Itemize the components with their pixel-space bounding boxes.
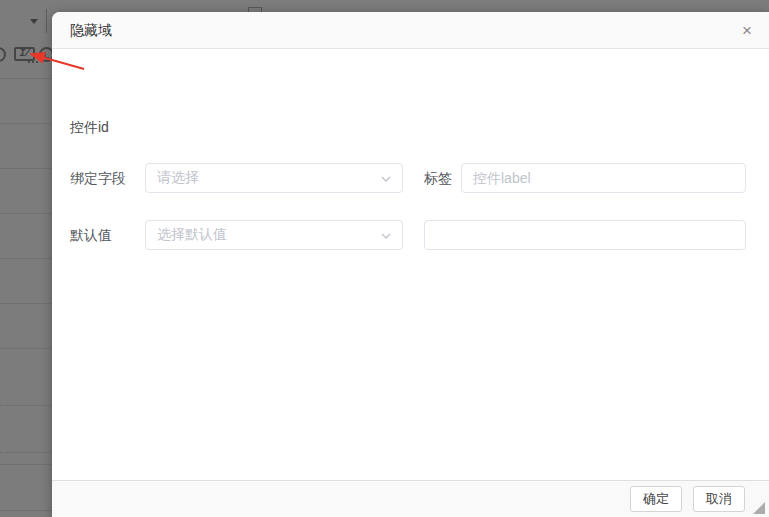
hidden-field-tool-icon: I/ [14,47,35,61]
background-toolbar-divider [46,9,47,33]
background-partial-circle-icon [0,47,6,62]
hidden-field-dialog: 隐藏域 × 控件id 绑定字段 请选择 标签 默认值 选择默认值 确定 取消 [52,12,769,517]
tag-label: 标签 [424,163,452,193]
dialog-header: 隐藏域 × [52,12,769,49]
background-row-divider [0,78,52,79]
background-row-divider [0,303,52,304]
background-row-divider [0,213,52,214]
default-value-select[interactable]: 选择默认值 [145,220,403,250]
background-row-divider [0,510,52,511]
dialog-title: 隐藏域 [70,12,112,49]
default-value-select-placeholder: 选择默认值 [157,226,227,244]
default-value-label: 默认值 [70,220,112,250]
background-row-divider [0,123,52,124]
close-icon[interactable]: × [735,19,759,43]
background-row-divider [0,348,52,349]
tag-input[interactable] [461,163,746,193]
background-row-divider [0,168,52,169]
control-id-label: 控件id [70,119,109,137]
chevron-down-icon [380,173,392,185]
cancel-button[interactable]: 取消 [693,486,745,512]
dialog-footer: 确定 取消 [52,480,769,517]
background-dropdown-caret-icon [30,19,38,24]
default-value-input[interactable] [424,220,746,250]
confirm-button[interactable]: 确定 [630,486,682,512]
bind-field-select[interactable]: 请选择 [145,163,403,193]
bind-field-select-placeholder: 请选择 [157,169,199,187]
background-row-divider [0,258,52,259]
resize-handle[interactable] [753,502,765,514]
background-dashed-divider [0,405,52,406]
background-row-divider [0,464,52,465]
background-dashed-divider [0,452,52,453]
hidden-field-tool-icon-dots [28,61,38,63]
chevron-down-icon [380,230,392,242]
bind-field-label: 绑定字段 [70,163,126,193]
